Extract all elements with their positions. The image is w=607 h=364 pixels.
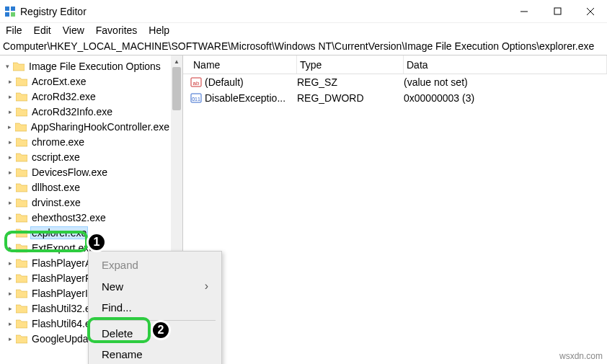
context-new[interactable]: New: [90, 275, 220, 297]
chevron-right-icon[interactable]: ▸: [6, 184, 14, 191]
folder-icon: [13, 61, 25, 71]
chevron-right-icon[interactable]: ▸: [6, 169, 14, 176]
column-data[interactable]: Data: [404, 56, 607, 74]
chevron-right-icon[interactable]: ▸: [6, 214, 14, 221]
callout-2: 2: [151, 320, 171, 340]
menu-view[interactable]: View: [63, 25, 84, 36]
tree-item-label: AcroRd32Info.exe: [30, 106, 114, 117]
tree-item[interactable]: ▸AcroRd32.exe: [0, 89, 171, 104]
chevron-right-icon[interactable]: ▸: [6, 320, 14, 327]
value-name: DisableExceptio...: [205, 92, 285, 104]
scroll-thumb[interactable]: [172, 67, 181, 110]
value-type: REG_DWORD: [297, 92, 404, 104]
value-type-icon: ab: [190, 76, 202, 88]
folder-icon: [16, 152, 27, 162]
value-row[interactable]: ab(Default)REG_SZ(value not set): [183, 74, 607, 90]
folder-icon: [15, 122, 27, 132]
context-menu: Expand New Find... Delete Rename: [88, 251, 222, 364]
tree-item-label: AcroExt.exe: [30, 76, 87, 87]
folder-icon: [16, 334, 27, 344]
context-new-label: New: [102, 280, 123, 293]
values-list: ab(Default)REG_SZ(value not set)011Disab…: [183, 74, 607, 106]
chevron-right-icon[interactable]: ▸: [6, 305, 14, 312]
chevron-right-icon[interactable]: ▸: [6, 259, 14, 267]
tree-item[interactable]: ▸dllhost.exe: [0, 179, 171, 195]
window-controls: [508, 0, 607, 23]
folder-icon: [16, 273, 27, 283]
tree-item[interactable]: ▸ehexthost32.exe: [0, 210, 171, 225]
context-find[interactable]: Find...: [90, 297, 220, 318]
tree-item-label: drvinst.exe: [30, 197, 82, 208]
window-title: Registry Editor: [20, 6, 508, 17]
scroll-up-icon[interactable]: ▲: [171, 56, 182, 67]
folder-icon: [16, 303, 27, 314]
folder-icon: [16, 319, 27, 329]
chevron-down-icon[interactable]: ▾: [3, 63, 12, 70]
context-expand[interactable]: Expand: [90, 254, 220, 275]
value-data: (value not set): [404, 76, 607, 88]
column-name[interactable]: Name: [190, 56, 297, 74]
tree-item[interactable]: ▸DevicesFlow.exe: [0, 164, 171, 179]
svg-rect-2: [5, 12, 9, 17]
tree-item-label: AppSharingHookController.exe: [30, 121, 171, 133]
tree-item[interactable]: ▸drvinst.exe: [0, 195, 171, 210]
svg-rect-0: [5, 6, 9, 11]
tree-root[interactable]: ▾Image File Execution Options: [0, 58, 171, 74]
value-row[interactable]: 011DisableExceptio...REG_DWORD0x00000003…: [183, 90, 607, 106]
tree-item[interactable]: ▸chrome.exe: [0, 134, 171, 149]
chevron-right-icon[interactable]: ▸: [6, 335, 14, 342]
context-rename[interactable]: Rename: [90, 344, 220, 364]
chevron-right-icon[interactable]: ▸: [6, 138, 14, 146]
tree-item[interactable]: ▸AcroExt.exe: [0, 74, 171, 89]
folder-icon: [16, 288, 27, 298]
tree-item-label: explorer.exe: [30, 226, 88, 239]
chevron-right-icon[interactable]: ▸: [6, 244, 14, 252]
chevron-right-icon[interactable]: ▸: [6, 199, 14, 206]
chevron-right-icon[interactable]: ▸: [6, 93, 14, 100]
svg-rect-3: [11, 12, 15, 17]
chevron-right-icon[interactable]: ▸: [6, 78, 14, 85]
tree-item-label: chrome.exe: [30, 136, 86, 148]
folder-icon: [16, 243, 27, 253]
svg-rect-5: [554, 8, 561, 14]
chevron-right-icon[interactable]: ▸: [6, 123, 14, 130]
tree-item[interactable]: ▸explorer.exe: [0, 225, 171, 240]
svg-rect-1: [11, 6, 15, 11]
close-button[interactable]: [574, 0, 607, 23]
column-type[interactable]: Type: [297, 56, 404, 74]
menu-file[interactable]: File: [6, 25, 22, 36]
tree-item-label: ehexthost32.exe: [30, 212, 107, 223]
menu-help[interactable]: Help: [149, 25, 169, 36]
maximize-button[interactable]: [541, 0, 574, 23]
titlebar: Registry Editor: [0, 0, 607, 23]
folder-icon: [16, 92, 27, 102]
tree-item[interactable]: ▸cscript.exe: [0, 149, 171, 164]
minimize-button[interactable]: [508, 0, 541, 23]
chevron-right-icon[interactable]: ▸: [6, 229, 14, 236]
tree-root-label: Image File Execution Options: [27, 61, 162, 72]
menu-favorites[interactable]: Favorites: [96, 25, 138, 36]
tree-item[interactable]: ▸AcroRd32Info.exe: [0, 104, 171, 119]
chevron-right-icon[interactable]: ▸: [6, 154, 14, 161]
chevron-right-icon[interactable]: ▸: [6, 108, 14, 115]
callout-1: 1: [87, 232, 107, 252]
folder-icon: [16, 167, 27, 177]
folder-icon: [16, 228, 27, 238]
chevron-right-icon[interactable]: ▸: [6, 275, 14, 282]
tree-item-label: AcroRd32.exe: [30, 91, 97, 102]
value-type-icon: 011: [190, 92, 202, 104]
menu-edit[interactable]: Edit: [34, 25, 51, 36]
address-bar[interactable]: Computer\HKEY_LOCAL_MACHINE\SOFTWARE\Mic…: [0, 39, 607, 56]
tree-item-label: dllhost.exe: [30, 182, 81, 193]
tree-item-label: cscript.exe: [30, 151, 81, 163]
regedit-icon: [4, 6, 16, 17]
menubar: File Edit View Favorites Help: [0, 23, 607, 39]
context-separator: [94, 320, 216, 321]
svg-text:011: 011: [192, 97, 200, 102]
tree-item[interactable]: ▸AppSharingHookController.exe: [0, 119, 171, 134]
values-pane: Name Type Data ab(Default)REG_SZ(value n…: [183, 56, 607, 360]
svg-text:ab: ab: [193, 80, 200, 86]
tree-item-label: DevicesFlow.exe: [30, 167, 109, 178]
folder-icon: [16, 197, 27, 208]
chevron-right-icon[interactable]: ▸: [6, 290, 14, 297]
